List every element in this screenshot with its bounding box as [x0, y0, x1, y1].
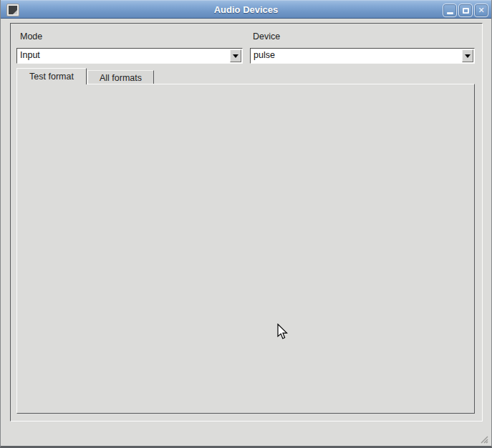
maximize-icon	[463, 8, 469, 14]
mode-label: Mode	[20, 31, 42, 42]
tab-all-formats[interactable]: All formats	[87, 70, 154, 84]
title-bar[interactable]: Audio Devices ✕	[1, 0, 491, 19]
minimize-icon	[447, 12, 453, 14]
device-select[interactable]: pulse	[250, 48, 475, 64]
close-button[interactable]: ✕	[474, 4, 488, 17]
device-label: Device	[253, 31, 280, 42]
mode-select[interactable]: Input	[16, 48, 243, 64]
device-select-value: pulse	[254, 50, 460, 60]
audio-devices-window: Audio Devices ✕ Mode Device Input pulse …	[0, 0, 492, 448]
maximize-button[interactable]	[458, 4, 473, 17]
chevron-down-glyph	[465, 54, 471, 58]
minimize-button[interactable]	[443, 4, 457, 17]
window-title: Audio Devices	[1, 4, 491, 15]
close-icon: ✕	[478, 6, 484, 15]
chevron-down-glyph	[233, 54, 238, 58]
tab-test-format[interactable]: Test format	[16, 68, 87, 84]
chevron-down-icon[interactable]	[462, 49, 473, 62]
mode-select-value: Input	[20, 50, 228, 60]
test-format-tab-pane	[16, 84, 475, 414]
resize-grip[interactable]	[477, 432, 488, 444]
mouse-cursor-icon	[275, 323, 289, 341]
chevron-down-icon[interactable]	[230, 49, 241, 62]
